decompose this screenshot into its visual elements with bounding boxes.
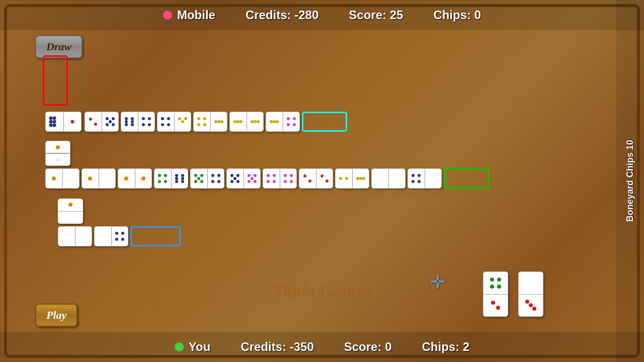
domino-v1[interactable] — [45, 141, 70, 166]
domino-row2-5[interactable] — [190, 168, 224, 189]
domino-row1-6[interactable] — [229, 112, 264, 132]
svg-point-95 — [308, 179, 311, 183]
domino-row2-6[interactable] — [226, 168, 261, 189]
domino-row1-3[interactable] — [121, 112, 155, 132]
svg-point-13 — [112, 123, 115, 126]
domino-row2-1[interactable] — [45, 168, 79, 189]
domino-row2-2[interactable] — [82, 168, 116, 189]
svg-point-48 — [293, 117, 296, 120]
svg-point-26 — [161, 123, 164, 126]
mobile-chips: Chips: 0 — [433, 8, 481, 22]
svg-point-77 — [236, 174, 239, 177]
svg-point-85 — [254, 180, 257, 183]
svg-point-96 — [320, 174, 324, 177]
svg-point-55 — [124, 176, 128, 180]
svg-point-38 — [233, 120, 236, 123]
svg-point-29 — [184, 117, 187, 120]
svg-point-14 — [125, 117, 128, 120]
play-button[interactable]: Play — [35, 304, 77, 327]
you-credits: Credits: -350 — [240, 340, 313, 354]
svg-point-52 — [56, 158, 59, 161]
domino-row2-3[interactable] — [118, 168, 152, 189]
svg-point-113 — [497, 278, 501, 282]
svg-point-111 — [121, 238, 124, 241]
svg-point-78 — [233, 177, 236, 180]
you-indicator — [175, 342, 184, 351]
mobile-player-status: Mobile — [163, 8, 215, 22]
mobile-credits: Credits: -280 — [246, 8, 318, 22]
svg-point-60 — [164, 180, 167, 183]
domino-v2[interactable] — [58, 199, 83, 224]
svg-point-102 — [362, 177, 365, 180]
svg-point-71 — [200, 180, 203, 183]
svg-point-79 — [230, 180, 233, 183]
svg-point-61 — [175, 174, 178, 177]
svg-point-91 — [290, 174, 293, 177]
svg-point-120 — [532, 307, 536, 311]
svg-point-89 — [273, 180, 276, 183]
svg-point-33 — [197, 123, 200, 126]
svg-point-118 — [525, 300, 529, 304]
svg-point-98 — [339, 177, 342, 180]
watermark-bottom: Tidda Games — [273, 281, 371, 302]
svg-point-87 — [273, 174, 276, 177]
svg-point-104 — [418, 174, 421, 177]
svg-point-57 — [158, 174, 161, 177]
red-outline-placeholder — [43, 55, 68, 106]
svg-point-16 — [125, 120, 128, 123]
svg-point-73 — [217, 174, 220, 177]
svg-point-44 — [270, 120, 273, 123]
svg-point-65 — [175, 180, 178, 183]
svg-point-1 — [53, 117, 56, 120]
svg-point-107 — [68, 203, 72, 207]
domino-row1-1[interactable] — [45, 112, 82, 132]
svg-point-90 — [284, 174, 287, 177]
svg-point-32 — [203, 117, 206, 120]
hand-domino-1[interactable] — [483, 272, 508, 317]
svg-point-83 — [251, 177, 254, 180]
mobile-score: Score: 25 — [349, 8, 403, 22]
domino-row1-5[interactable] — [193, 112, 227, 132]
svg-point-6 — [70, 120, 74, 124]
svg-point-17 — [131, 120, 134, 123]
svg-point-109 — [121, 232, 124, 235]
domino-row1-4[interactable] — [157, 112, 191, 132]
svg-point-119 — [529, 303, 533, 307]
svg-point-70 — [194, 180, 197, 183]
svg-point-97 — [326, 179, 329, 183]
domino-row1-2[interactable] — [85, 112, 119, 132]
svg-point-105 — [412, 180, 415, 183]
move-icon: ✛ — [430, 272, 445, 293]
domino-row2-10[interactable] — [371, 168, 406, 190]
domino-row2-8[interactable] — [299, 168, 333, 189]
domino-row2-11[interactable] — [408, 168, 442, 189]
svg-point-36 — [217, 120, 220, 123]
domino-row2-4[interactable] — [154, 168, 188, 189]
svg-point-101 — [359, 177, 362, 180]
svg-point-110 — [115, 238, 118, 241]
hand-domino-2[interactable] — [518, 272, 543, 317]
bottom-status-bar: You Credits: -350 Score: 0 Chips: 2 — [0, 332, 644, 362]
svg-point-42 — [254, 120, 257, 123]
svg-point-81 — [248, 174, 251, 177]
svg-point-23 — [148, 123, 151, 126]
domino-row1-7[interactable] — [266, 112, 300, 132]
you-chips: Chips: 2 — [422, 340, 469, 354]
svg-point-40 — [239, 120, 243, 123]
domino-row3-1[interactable] — [58, 226, 92, 248]
svg-point-10 — [112, 117, 115, 120]
domino-row3-2[interactable] — [94, 226, 128, 248]
domino-row2-9[interactable] — [335, 168, 369, 189]
svg-point-54 — [88, 176, 92, 180]
svg-point-51 — [56, 145, 60, 149]
domino-row2-7[interactable] — [263, 168, 297, 189]
svg-point-4 — [49, 124, 53, 127]
svg-point-28 — [178, 117, 181, 120]
svg-point-53 — [52, 176, 56, 180]
boneyard-label: Boneyard Chips 10 — [625, 140, 635, 222]
svg-point-25 — [167, 117, 170, 120]
svg-point-86 — [267, 174, 270, 177]
svg-point-88 — [267, 180, 270, 183]
svg-point-106 — [418, 180, 421, 183]
svg-point-18 — [125, 123, 128, 126]
